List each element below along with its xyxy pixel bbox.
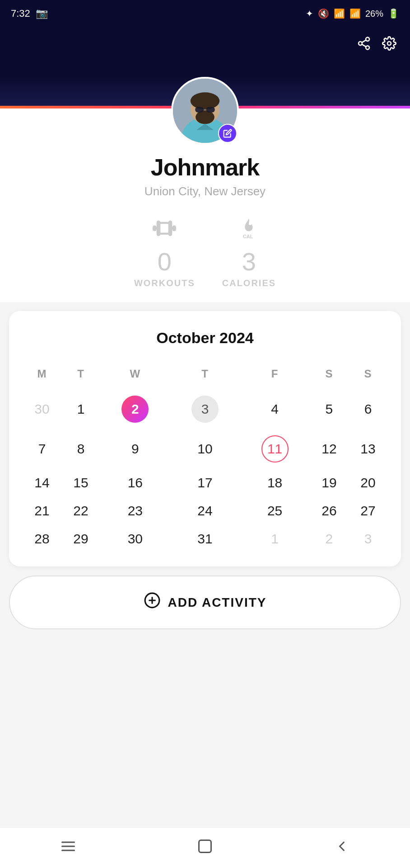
calendar-day[interactable]: 16 xyxy=(100,469,170,497)
signal-icon: 📶 xyxy=(349,8,361,19)
menu-button[interactable] xyxy=(47,834,90,863)
wifi-icon: 📶 xyxy=(334,8,345,19)
calendar-grid: M T W T F S S 30123456789101112131415161… xyxy=(23,363,387,553)
calendar-day[interactable]: 29 xyxy=(61,525,100,553)
mute-icon: 🔇 xyxy=(318,8,329,19)
calendar-day[interactable]: 28 xyxy=(23,525,61,553)
calendar-day[interactable]: 7 xyxy=(23,429,61,469)
calendar-day[interactable]: 17 xyxy=(170,469,240,497)
svg-rect-19 xyxy=(169,222,171,235)
profile-name: Johnmark xyxy=(151,154,260,181)
home-button[interactable] xyxy=(183,834,227,863)
calendar-day[interactable]: 25 xyxy=(240,497,310,525)
svg-rect-17 xyxy=(173,226,175,231)
calendar-day[interactable]: 30 xyxy=(23,389,61,429)
calendar-day[interactable]: 3 xyxy=(349,525,387,553)
status-bar: 7:32 📷 ✦ 🔇 📶 📶 26% 🔋 xyxy=(0,0,410,27)
calendar-day[interactable]: 10 xyxy=(170,429,240,469)
calendar-day[interactable]: 9 xyxy=(100,429,170,469)
profile-location: Union City, New Jersey xyxy=(144,184,266,198)
calendar-day[interactable]: 1 xyxy=(61,389,100,429)
day-header-thu: T xyxy=(170,363,240,389)
svg-line-4 xyxy=(362,40,366,42)
edit-avatar-button[interactable] xyxy=(218,124,237,143)
calendar-day[interactable]: 4 xyxy=(240,389,310,429)
battery-percent: 26% xyxy=(365,9,383,19)
calendar-day[interactable]: 5 xyxy=(310,389,349,429)
calendar-day[interactable]: 12 xyxy=(310,429,349,469)
day-header-sat: S xyxy=(310,363,349,389)
plus-circle-icon xyxy=(144,592,161,613)
calendar-day[interactable]: 11 xyxy=(240,429,310,469)
calendar-week-3: 14151617181920 xyxy=(23,469,387,497)
calendar-day[interactable]: 26 xyxy=(310,497,349,525)
calendar-day[interactable]: 8 xyxy=(61,429,100,469)
status-right: ✦ 🔇 📶 📶 26% 🔋 xyxy=(306,8,399,19)
day-header-tue: T xyxy=(61,363,100,389)
day-header-fri: F xyxy=(240,363,310,389)
bottom-nav xyxy=(0,827,410,868)
add-activity-button[interactable]: ADD ACTIVITY xyxy=(9,576,401,629)
svg-text:CAL: CAL xyxy=(243,234,253,239)
calories-label: CALORIES xyxy=(222,278,276,288)
calendar-week-2: 78910111213 xyxy=(23,429,387,469)
calendar-day[interactable]: 15 xyxy=(61,469,100,497)
back-button[interactable] xyxy=(320,834,363,863)
calendar-day[interactable]: 22 xyxy=(61,497,100,525)
calendar-day[interactable]: 3 xyxy=(170,389,240,429)
calendar-week-4: 21222324252627 xyxy=(23,497,387,525)
calendar-week-5: 28293031123 xyxy=(23,525,387,553)
workouts-label: WORKOUTS xyxy=(134,278,195,288)
svg-rect-18 xyxy=(158,222,159,235)
status-time: 7:32 xyxy=(11,8,30,19)
calendar-day[interactable]: 2 xyxy=(310,525,349,553)
workouts-stat: 0 WORKOUTS xyxy=(134,217,195,288)
status-left: 7:32 📷 xyxy=(11,8,48,19)
share-button[interactable] xyxy=(357,36,371,53)
calendar-header-row: M T W T F S S xyxy=(23,363,387,389)
svg-rect-16 xyxy=(154,226,155,231)
calendar-day[interactable]: 20 xyxy=(349,469,387,497)
calendar-day[interactable]: 13 xyxy=(349,429,387,469)
calendar-day[interactable]: 14 xyxy=(23,469,61,497)
settings-button[interactable] xyxy=(382,36,396,53)
add-activity-label: ADD ACTIVITY xyxy=(168,595,267,610)
svg-line-3 xyxy=(362,44,366,47)
calendar-day[interactable]: 18 xyxy=(240,469,310,497)
calendar-title: October 2024 xyxy=(23,329,387,347)
bluetooth-icon: ✦ xyxy=(306,8,313,19)
calendar-day[interactable]: 27 xyxy=(349,497,387,525)
calendar-day[interactable]: 31 xyxy=(170,525,240,553)
calendar-day[interactable]: 24 xyxy=(170,497,240,525)
header-icons xyxy=(0,27,410,57)
calendar-day[interactable]: 23 xyxy=(100,497,170,525)
workouts-value: 0 xyxy=(158,249,172,274)
calendar-section: October 2024 M T W T F S S 3012345678910… xyxy=(9,311,401,566)
calendar-week-1: 30123456 xyxy=(23,389,387,429)
stats-row: 0 WORKOUTS CAL 3 CALORIES xyxy=(116,217,294,288)
svg-point-5 xyxy=(387,42,391,45)
calendar-day[interactable]: 1 xyxy=(240,525,310,553)
svg-rect-11 xyxy=(195,107,204,112)
avatar-wrapper xyxy=(171,77,239,145)
calendar-day[interactable]: 6 xyxy=(349,389,387,429)
svg-rect-27 xyxy=(199,840,211,852)
calories-stat: CAL 3 CALORIES xyxy=(222,217,276,288)
calendar-day[interactable]: 2 xyxy=(100,389,170,429)
camera-icon: 📷 xyxy=(36,8,48,19)
calories-value: 3 xyxy=(242,249,256,274)
day-header-mon: M xyxy=(23,363,61,389)
day-header-wed: W xyxy=(100,363,170,389)
calendar-day[interactable]: 21 xyxy=(23,497,61,525)
battery-icon: 🔋 xyxy=(388,8,399,19)
calendar-day[interactable]: 19 xyxy=(310,469,349,497)
svg-rect-12 xyxy=(206,107,215,112)
day-header-sun: S xyxy=(349,363,387,389)
flame-icon: CAL xyxy=(237,217,261,245)
dumbbell-icon xyxy=(153,217,176,245)
calendar-day[interactable]: 30 xyxy=(100,525,170,553)
profile-section: Johnmark Union City, New Jersey 0 WORKOU… xyxy=(0,108,410,302)
svg-point-9 xyxy=(191,92,219,109)
